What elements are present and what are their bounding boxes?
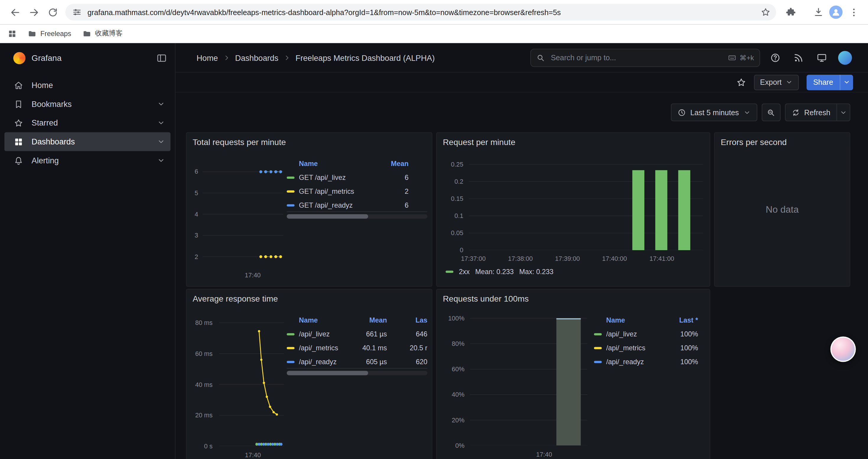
time-range-button[interactable]: Last 5 minutes: [671, 103, 757, 121]
news-icon[interactable]: [793, 53, 804, 63]
sidebar-item-label: Bookmarks: [32, 100, 157, 108]
bookmark-icon: [14, 99, 23, 109]
series-swatch: [287, 361, 294, 363]
search-input[interactable]: [550, 53, 728, 63]
chart-plot[interactable]: [469, 162, 703, 250]
panel-title[interactable]: Average response time: [193, 294, 278, 303]
bookmark-folder-blogs[interactable]: 收藏博客: [82, 29, 123, 38]
scrollbar-thumb[interactable]: [287, 214, 368, 219]
breadcrumb-home[interactable]: Home: [196, 54, 218, 62]
legend-col-mean[interactable]: Mean: [351, 317, 387, 324]
series-swatch: [594, 361, 602, 363]
sidebar-item-home[interactable]: Home: [4, 76, 170, 95]
chart-plot[interactable]: [203, 163, 284, 267]
legend-col-last[interactable]: Las: [387, 317, 428, 324]
panel-title[interactable]: Total requests per minute: [193, 137, 286, 147]
caret-down-icon: [743, 109, 750, 116]
time-range-label: Last 5 minutes: [690, 108, 739, 117]
browser-profile-avatar[interactable]: [827, 3, 845, 21]
legend-row[interactable]: /api/_readyz 605 µs 620: [287, 355, 428, 369]
legend-col-mean[interactable]: Mean: [375, 160, 408, 168]
search-box[interactable]: ⌘+k: [530, 49, 760, 67]
help-icon[interactable]: [770, 53, 780, 63]
bookmark-star-icon[interactable]: [761, 7, 771, 17]
sidebar-item-label: Dashboards: [32, 137, 157, 146]
legend-row[interactable]: /api/_livez 661 µs 646: [287, 327, 428, 341]
chart-plot[interactable]: [219, 317, 284, 446]
site-settings-icon[interactable]: [72, 7, 82, 17]
chevron-down-icon[interactable]: [157, 100, 165, 108]
chevron-down-icon[interactable]: [157, 119, 165, 127]
address-bar[interactable]: grafana.mathmast.com/d/deytv4rwavabkb/fr…: [65, 4, 776, 21]
legend-table: Name Mean GET /api/_livez 6 GET /api/_me…: [287, 157, 428, 212]
legend-row[interactable]: /api/_livez 100%: [594, 327, 698, 341]
series-swatch: [287, 347, 294, 349]
share-caret-button[interactable]: [840, 74, 853, 90]
reload-icon[interactable]: [43, 3, 62, 22]
sidebar-item-dashboards[interactable]: Dashboards: [4, 132, 170, 151]
sidebar: Grafana Home Bookmarks Starred: [0, 43, 176, 459]
x-axis: 17:40: [219, 449, 284, 459]
screen-share-icon[interactable]: [816, 53, 827, 63]
back-icon[interactable]: [6, 3, 25, 22]
sidebar-item-bookmarks[interactable]: Bookmarks: [4, 95, 170, 113]
series-swatch: [287, 204, 294, 206]
legend-col-name[interactable]: Name: [299, 160, 375, 168]
y-axis: 80 ms60 ms40 ms20 ms0 s: [186, 317, 216, 446]
series-swatch: [445, 270, 453, 273]
folder-icon: [28, 29, 37, 38]
panel-title[interactable]: Errors per second: [721, 137, 787, 147]
collapse-sidebar-icon[interactable]: [156, 52, 167, 63]
bookmark-label: 收藏博客: [95, 29, 123, 38]
url-text[interactable]: grafana.mathmast.com/d/deytv4rwavabkb/fr…: [88, 8, 756, 16]
breadcrumb-current: Freeleaps Metrics Dashboard (ALPHA): [296, 54, 435, 62]
legend[interactable]: 2xx Mean: 0.233 Max: 0.233: [445, 268, 553, 275]
legend-row[interactable]: /api/_metrics 100%: [594, 341, 698, 355]
legend-scrollbar[interactable]: [287, 214, 428, 219]
legend-row[interactable]: /api/_readyz 100%: [594, 355, 698, 369]
forward-icon[interactable]: [24, 3, 43, 22]
extensions-icon[interactable]: [782, 3, 800, 21]
legend-col-name[interactable]: Name: [606, 317, 661, 324]
refresh-button[interactable]: Refresh: [785, 103, 850, 121]
legend-row[interactable]: GET /api/_metrics 2: [287, 184, 428, 198]
breadcrumb-dashboards[interactable]: Dashboards: [235, 54, 279, 62]
series-name[interactable]: 2xx: [459, 268, 469, 275]
scrollbar-thumb[interactable]: [287, 371, 368, 375]
legend-row[interactable]: GET /api/_livez 6: [287, 170, 428, 184]
legend-row[interactable]: GET /api/_readyz 6: [287, 198, 428, 212]
assistant-avatar-button[interactable]: [831, 336, 856, 362]
export-button[interactable]: Export: [754, 74, 799, 90]
legend-table: Name Last * /api/_livez 100% /api/_metri…: [594, 314, 698, 369]
chart-plot[interactable]: [470, 314, 587, 446]
legend-table: Name Mean Las /api/_livez 661 µs 646: [287, 314, 428, 369]
dashboard-toolbar: Export Share: [176, 72, 868, 92]
panel-title[interactable]: Request per minute: [443, 137, 515, 147]
series-swatch: [594, 347, 602, 349]
downloads-icon[interactable]: [809, 3, 827, 21]
breadcrumb: Home Dashboards Freeleaps Metrics Dashbo…: [196, 43, 435, 72]
bookmark-folder-freeleaps[interactable]: Freeleaps: [28, 29, 71, 38]
legend-col-name[interactable]: Name: [299, 317, 351, 324]
grafana-logo[interactable]: [13, 52, 25, 64]
bell-icon: [14, 156, 23, 165]
legend-scrollbar[interactable]: [287, 371, 428, 375]
divider: [287, 211, 428, 212]
refresh-interval-caret[interactable]: [836, 104, 850, 121]
chevron-down-icon[interactable]: [157, 157, 165, 164]
chevron-down-icon[interactable]: [157, 138, 165, 145]
sidebar-item-starred[interactable]: Starred: [4, 113, 170, 132]
divider: [287, 368, 428, 369]
zoom-out-button[interactable]: [762, 103, 780, 121]
favorite-star-icon[interactable]: [736, 77, 746, 87]
x-axis: 17:40: [470, 448, 587, 458]
user-avatar[interactable]: [838, 51, 852, 65]
sidebar-nav: Home Bookmarks Starred Dashboards: [0, 72, 175, 170]
apps-grid-icon[interactable]: [8, 29, 17, 38]
share-button[interactable]: Share: [807, 74, 853, 90]
panel-title[interactable]: Requests under 100ms: [443, 294, 529, 303]
legend-row[interactable]: /api/_metrics 40.1 ms 20.5 r: [287, 341, 428, 355]
sidebar-item-alerting[interactable]: Alerting: [4, 151, 170, 170]
legend-col-last[interactable]: Last *: [661, 317, 698, 324]
menu-kebab-icon[interactable]: [845, 3, 862, 21]
